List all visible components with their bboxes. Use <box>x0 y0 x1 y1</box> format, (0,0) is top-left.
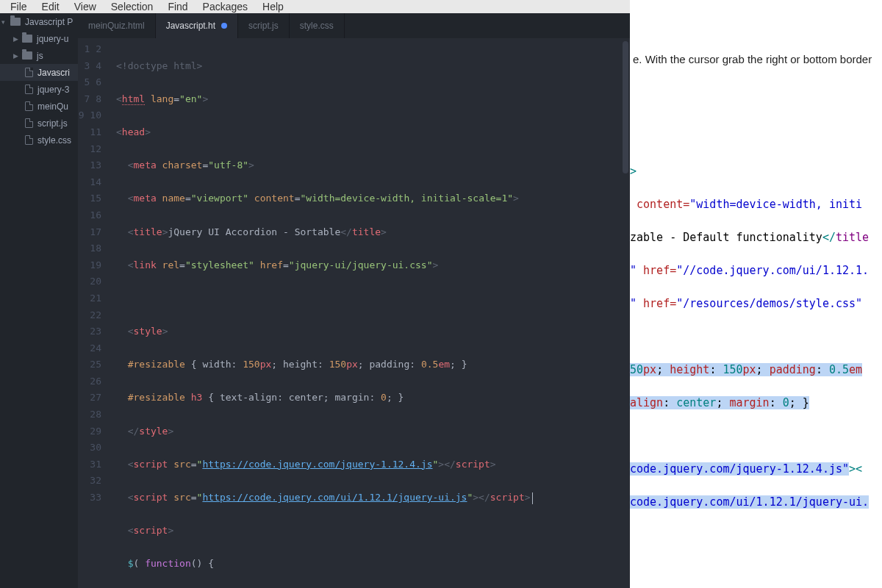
editor-pane: meinQuiz.html Javascript.ht script.js st… <box>78 13 630 588</box>
tab-label: style.css <box>300 21 334 31</box>
tree-label: Javascri <box>37 68 70 78</box>
tree-file[interactable]: meinQu <box>0 98 78 115</box>
unsaved-dot-icon <box>221 23 227 29</box>
tab-label: script.js <box>248 21 279 31</box>
tab[interactable]: script.js <box>238 13 290 38</box>
menu-packages[interactable]: Packages <box>196 1 255 12</box>
menu-find[interactable]: Find <box>160 1 195 12</box>
tree-folder[interactable]: ▶ jquery-u <box>0 30 78 47</box>
tree-label: meinQu <box>37 101 68 112</box>
menu-selection[interactable]: Selection <box>104 1 161 12</box>
scrollbar-thumb[interactable] <box>623 41 628 173</box>
tab-label: Javascript.ht <box>166 21 215 31</box>
file-icon <box>25 135 33 145</box>
folder-icon <box>22 51 32 60</box>
chevron-right-icon: ▶ <box>13 35 21 43</box>
file-icon <box>25 101 33 111</box>
tree-root-label: Javascript P <box>25 17 73 27</box>
menu-edit[interactable]: Edit <box>35 1 67 12</box>
tree-label: jquery-3 <box>37 85 69 95</box>
menu-file[interactable]: File <box>3 1 35 12</box>
tree-label: js <box>37 51 43 61</box>
tree-label: script.js <box>37 118 68 129</box>
tree-file[interactable]: script.js <box>0 115 78 132</box>
file-tree: ▾ Javascript P ▶ jquery-u ▶ js Javascri … <box>0 13 78 588</box>
tab-label: meinQuiz.html <box>88 21 145 31</box>
tree-file[interactable]: Javascri <box>0 64 78 81</box>
chevron-down-icon: ▾ <box>1 18 9 26</box>
menu-bar: File Edit View Selection Find Packages H… <box>0 0 630 13</box>
menu-help[interactable]: Help <box>255 1 291 12</box>
editor-window: File Edit View Selection Find Packages H… <box>0 0 630 588</box>
code-content[interactable]: <!doctype html> <html lang="en"> <head> … <box>110 38 621 588</box>
vertical-scrollbar[interactable] <box>621 38 630 588</box>
browser-panel: e. With the cursor grab the right or bot… <box>630 0 882 588</box>
folder-icon <box>10 18 21 26</box>
tab[interactable]: style.css <box>290 13 345 38</box>
folder-icon <box>22 35 32 43</box>
tab-active[interactable]: Javascript.ht <box>156 13 238 38</box>
menu-view[interactable]: View <box>67 1 104 12</box>
tree-file[interactable]: style.css <box>0 132 78 148</box>
file-icon <box>25 85 33 94</box>
description-text: e. With the cursor grab the right or bot… <box>630 53 882 65</box>
tree-folder[interactable]: ▶ js <box>0 47 78 64</box>
chevron-right-icon: ▶ <box>13 52 21 60</box>
text-cursor <box>532 492 533 504</box>
line-gutter: 1 2 3 4 5 6 7 8 9 10 11 12 13 14 15 16 1… <box>78 38 110 588</box>
tab[interactable]: meinQuiz.html <box>78 13 156 38</box>
tree-label: style.css <box>37 135 71 146</box>
tree-label: jquery-u <box>37 34 68 44</box>
file-icon <box>25 118 33 128</box>
tab-bar: meinQuiz.html Javascript.ht script.js st… <box>78 13 630 38</box>
file-icon <box>25 68 33 77</box>
tree-file[interactable]: jquery-3 <box>0 81 78 98</box>
code-area[interactable]: 1 2 3 4 5 6 7 8 9 10 11 12 13 14 15 16 1… <box>78 38 630 588</box>
viewsource-code[interactable]: > content="width=device-width, initi zab… <box>630 146 882 588</box>
tree-root[interactable]: ▾ Javascript P <box>0 13 78 30</box>
